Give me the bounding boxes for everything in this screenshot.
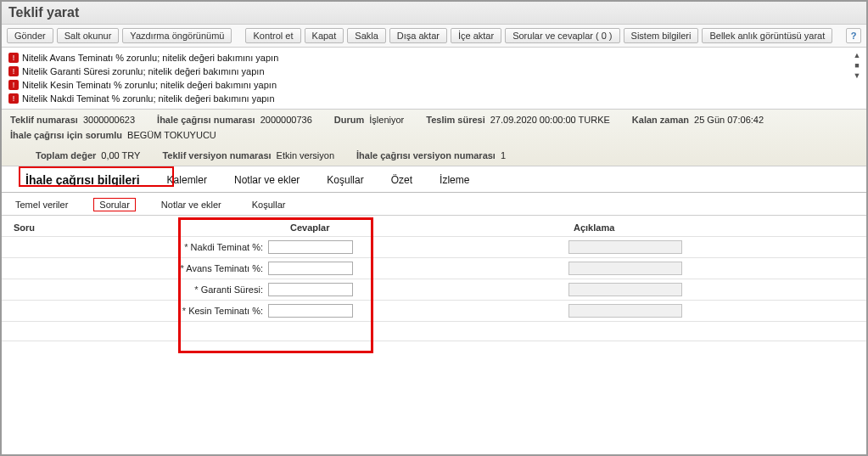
tab-notes[interactable]: Notlar ve ekler: [231, 172, 303, 188]
description-input[interactable]: [568, 283, 682, 296]
error-row: !Nitelik Garanti Süresi zorunlu; nitelik…: [8, 65, 860, 78]
export-button[interactable]: Dışa aktar: [389, 28, 447, 43]
chevron-down-icon[interactable]: ▼: [853, 71, 861, 80]
error-text: Nitelik Garanti Süresi zorunlu; nitelik …: [22, 66, 265, 76]
error-icon: !: [8, 53, 19, 63]
col-question: Soru: [14, 222, 192, 233]
error-icon: !: [8, 66, 19, 76]
scroll-handle-icon[interactable]: ■: [853, 61, 861, 70]
col-description: Açıklama: [565, 222, 854, 233]
label: Teklif numarası: [10, 115, 78, 125]
label: Teslim süresi: [426, 115, 485, 125]
value: 25 Gün 07:06:42: [694, 115, 764, 125]
page-title: Teklif yarat: [2, 2, 866, 25]
question-label: Nakdi Teminat %:: [191, 242, 263, 252]
question-row: * Avans Teminatı %:: [2, 257, 866, 279]
col-answers: Cevaplar: [192, 222, 565, 233]
tab-tracking[interactable]: İzleme: [436, 172, 473, 188]
system-info-button[interactable]: Sistem bilgileri: [624, 28, 699, 43]
question-label: Garanti Süresi:: [201, 284, 263, 295]
label: Durum: [334, 115, 364, 125]
subtab-basic[interactable]: Temel veriler: [10, 199, 73, 211]
error-panel: !Nitelik Avans Teminatı % zorunlu; nitel…: [2, 48, 866, 110]
subtab-questions[interactable]: Sorular: [93, 198, 135, 211]
value: 27.09.2020 00:00:00 TURKE: [490, 115, 610, 125]
error-row: !Nitelik Nakdi Teminat % zorunlu; niteli…: [8, 92, 860, 105]
value: İşleniyor: [369, 115, 404, 125]
question-row: * Nakdi Teminat %:: [2, 236, 866, 257]
description-input[interactable]: [568, 262, 682, 275]
error-row: !Nitelik Avans Teminatı % zorunlu; nitel…: [8, 51, 860, 65]
answer-input[interactable]: [268, 240, 353, 254]
value: Etkin versiyon: [277, 150, 334, 160]
description-input[interactable]: [568, 240, 682, 254]
label: Toplam değer: [36, 150, 96, 160]
error-row: !Nitelik Kesin Teminatı % zorunlu; nitel…: [8, 78, 860, 92]
value: 1: [501, 150, 506, 160]
error-scroll[interactable]: ▲ ■ ▼: [853, 51, 861, 80]
help-icon[interactable]: ?: [846, 28, 861, 43]
print-preview-button[interactable]: Yazdırma öngörünümü: [122, 28, 232, 43]
description-input[interactable]: [568, 304, 682, 318]
error-icon: !: [8, 80, 19, 90]
subtab-notes[interactable]: Notlar ve ekler: [156, 199, 227, 211]
answer-input[interactable]: [268, 304, 353, 318]
question-row: [2, 321, 866, 341]
question-label: Avans Teminatı %:: [186, 263, 263, 273]
chevron-up-icon[interactable]: ▲: [853, 51, 861, 59]
save-button[interactable]: Sakla: [347, 28, 386, 43]
check-button[interactable]: Kontrol et: [245, 28, 300, 43]
value: 0,00 TRY: [101, 150, 140, 160]
question-row: * Kesin Teminatı %:: [2, 300, 866, 321]
value: 3000000623: [83, 115, 135, 125]
tab-rfx-info[interactable]: İhale çağrısı bilgileri: [22, 172, 143, 189]
tab-conditions[interactable]: Koşullar: [323, 172, 367, 188]
question-label: Kesin Teminatı %:: [188, 306, 263, 316]
label: İhale çağrısı versiyon numarası: [356, 150, 496, 160]
error-icon: !: [8, 93, 19, 104]
main-toolbar: Gönder Salt okunur Yazdırma öngörünümü K…: [2, 25, 866, 48]
value: 2000000736: [260, 115, 312, 125]
send-button[interactable]: Gönder: [7, 28, 53, 43]
label: İhale çağrısı için sorumlu: [10, 130, 122, 140]
answer-input[interactable]: [268, 283, 353, 296]
qna-button[interactable]: Sorular ve cevaplar ( 0 ): [505, 28, 619, 43]
error-text: Nitelik Kesin Teminatı % zorunlu; niteli…: [22, 80, 277, 90]
subtab-conditions[interactable]: Koşullar: [247, 199, 291, 211]
snapshot-button[interactable]: Bellek anlık görüntüsü yarat: [702, 28, 832, 43]
label: İhale çağrısı numarası: [157, 115, 255, 125]
label: Teklif versiyon numarası: [162, 150, 271, 160]
import-button[interactable]: İçe aktar: [451, 28, 501, 43]
question-headers: Soru Cevaplar Açıklama: [2, 216, 866, 236]
main-tabs: İhale çağrısı bilgileri Kalemler Notlar …: [2, 166, 866, 193]
label: Kalan zaman: [632, 115, 689, 125]
sub-tabs: Temel veriler Sorular Notlar ve ekler Ko…: [2, 193, 866, 216]
tab-summary[interactable]: Özet: [388, 172, 416, 188]
value: BEGÜM TOKUYUCU: [127, 130, 216, 140]
close-button[interactable]: Kapat: [305, 28, 344, 43]
question-rows: * Nakdi Teminat %: * Avans Teminatı %: *…: [2, 236, 866, 341]
header-info: Teklif numarası3000000623 İhale çağrısı …: [2, 110, 866, 166]
question-row: * Garanti Süresi:: [2, 279, 866, 300]
tab-items[interactable]: Kalemler: [164, 172, 210, 188]
error-text: Nitelik Avans Teminatı % zorunlu; niteli…: [22, 53, 278, 63]
answer-input[interactable]: [268, 262, 353, 275]
error-text: Nitelik Nakdi Teminat % zorunlu; nitelik…: [22, 93, 275, 104]
readonly-button[interactable]: Salt okunur: [57, 28, 120, 43]
